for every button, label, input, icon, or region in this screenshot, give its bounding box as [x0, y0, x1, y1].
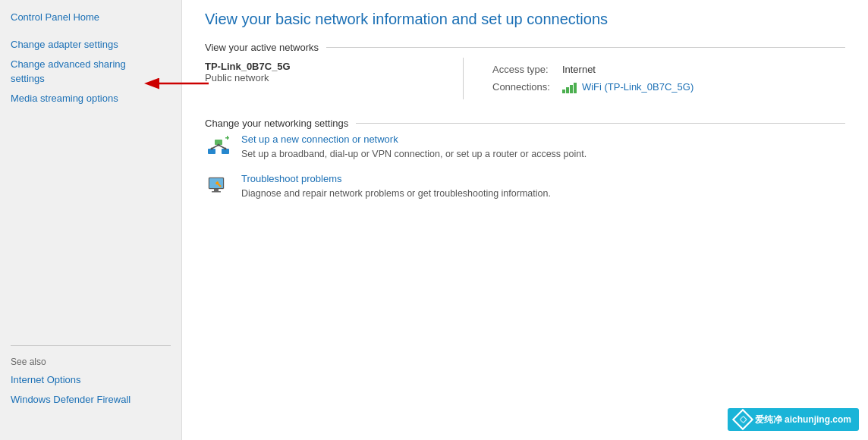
sidebar-change-advanced-sharing[interactable]: Change advanced sharing settings [0, 55, 181, 88]
new-connection-item: Set up a new connection or network Set u… [205, 134, 845, 162]
sidebar-control-panel-home[interactable]: Control Panel Home [0, 8, 181, 27]
network-type: Public network [205, 72, 457, 83]
svg-rect-9 [227, 136, 228, 140]
sidebar-windows-defender[interactable]: Windows Defender Firewall [0, 390, 181, 410]
troubleshoot-svg [206, 174, 231, 199]
wifi-connection-link[interactable]: WiFi (TP-Link_0B7C_5G) [582, 81, 693, 93]
new-connection-icon [205, 134, 232, 161]
troubleshoot-icon [205, 173, 232, 200]
new-connection-link[interactable]: Set up a new connection or network [241, 134, 845, 145]
network-name: TP-Link_0B7C_5G [205, 61, 457, 72]
svg-line-4 [219, 145, 225, 149]
networks-table: TP-Link_0B7C_5G Public network Access ty… [205, 58, 845, 99]
wifi-signal-icon [562, 81, 579, 93]
sidebar: Control Panel Home Change adapter settin… [0, 0, 182, 440]
sidebar-internet-options[interactable]: Internet Options [0, 370, 181, 390]
sidebar-change-adapter-settings[interactable]: Change adapter settings [0, 35, 181, 55]
settings-section: Set up a new connection or network Set u… [205, 134, 845, 201]
svg-rect-13 [212, 191, 221, 193]
svg-line-3 [212, 145, 219, 149]
access-value: Internet [556, 61, 700, 78]
svg-point-7 [218, 143, 220, 146]
new-connection-text: Set up a new connection or network Set u… [241, 134, 845, 162]
see-also-label: See also [0, 354, 181, 370]
troubleshoot-desc: Diagnose and repair network problems or … [241, 188, 551, 199]
svg-point-6 [225, 147, 227, 149]
content-area: View your basic network information and … [182, 0, 868, 440]
sidebar-media-streaming[interactable]: Media streaming options [0, 89, 181, 108]
new-connection-desc: Set up a broadband, dial-up or VPN conne… [241, 149, 587, 159]
svg-rect-12 [214, 189, 219, 191]
connections-value: WiFi (TP-Link_0B7C_5G) [562, 81, 693, 93]
page-title: View your basic network information and … [205, 11, 845, 28]
new-connection-svg [206, 135, 231, 159]
watermark-text: 爱纯净 aichunjing.com [755, 413, 851, 426]
connections-label: Connections: [486, 78, 556, 96]
troubleshoot-link[interactable]: Troubleshoot problems [241, 173, 845, 184]
access-label: Access type: [486, 61, 556, 78]
sidebar-divider [11, 345, 171, 346]
troubleshoot-text: Troubleshoot problems Diagnose and repai… [241, 173, 845, 201]
svg-point-5 [211, 147, 213, 149]
watermark-icon: ▢ [732, 409, 753, 430]
active-networks-header: View your active networks [205, 42, 845, 53]
networking-settings-header: Change your networking settings [205, 118, 845, 129]
watermark: ▢ 爱纯净 aichunjing.com [728, 408, 859, 431]
troubleshoot-item: Troubleshoot problems Diagnose and repai… [205, 173, 845, 201]
